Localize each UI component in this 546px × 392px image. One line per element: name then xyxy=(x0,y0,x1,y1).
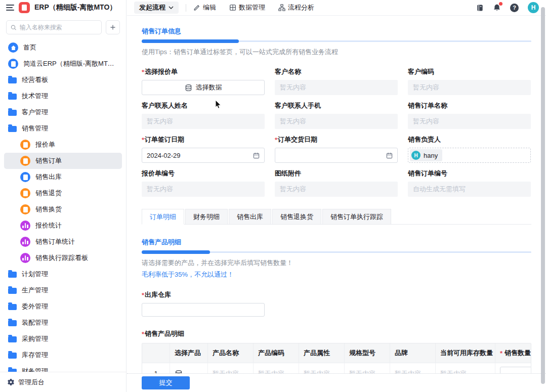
sidebar-item-tech-mgmt[interactable]: 技术管理 xyxy=(4,88,122,104)
section-title-product-detail: 销售产品明细 xyxy=(142,238,531,247)
chevron-down-icon xyxy=(169,6,174,9)
admin-backend-link[interactable]: 管理后台 xyxy=(0,372,126,392)
field-contact-name: 客户联系人姓名 暂无内容 xyxy=(142,101,265,129)
tab-order-detail[interactable]: 订单明细 xyxy=(142,209,184,225)
help-icon[interactable]: ? xyxy=(510,4,519,12)
document-icon xyxy=(20,188,30,198)
member-avatar: H xyxy=(411,151,421,160)
sidebar-item-finance-mgmt[interactable]: 财务管理 xyxy=(4,363,122,372)
field-order-no: 销售订单编号 自动生成无需填写 xyxy=(408,169,531,197)
sidebar-item-production-mgmt[interactable]: 生产管理 xyxy=(4,282,122,298)
order-no-field: 自动生成无需填写 xyxy=(408,182,531,197)
folder-icon xyxy=(8,353,17,359)
sidebar-item-assembly-mgmt[interactable]: 装配管理 xyxy=(4,315,122,331)
document-icon xyxy=(20,172,30,182)
quote-no-field: 暂无内容 xyxy=(142,182,265,197)
field-delivery-date: *订单交货日期 xyxy=(275,135,398,163)
field-label: 客户编码 xyxy=(408,67,434,76)
sidebar-item-home[interactable]: 首页 xyxy=(4,39,122,56)
field-customer-name: 客户名称 暂无内容 xyxy=(275,67,398,95)
field-customer-code: 客户编码 暂无内容 xyxy=(408,67,531,95)
product-note: 请选择需要的产品，并在选择完毕后填写销售数量！ xyxy=(142,258,531,268)
sidebar-item-sales-exchange[interactable]: 销售换货 xyxy=(4,201,122,217)
field-label: 订单签订日期 xyxy=(145,135,184,144)
folder-icon xyxy=(8,320,17,326)
sidebar-item-outsourcing-mgmt[interactable]: 委外管理 xyxy=(4,298,122,315)
section-progress-bar xyxy=(142,39,531,43)
field-label: 报价单编号 xyxy=(142,169,175,178)
vertical-scrollbar[interactable] xyxy=(541,7,545,384)
sign-date-input[interactable]: 2024-02-29 xyxy=(142,148,265,163)
order-name-field: 暂无内容 xyxy=(408,114,531,129)
home-icon xyxy=(8,42,18,53)
col-product-code: 产品编码 xyxy=(254,343,299,363)
sidebar-item-sales-order-stats[interactable]: 销售订单统计 xyxy=(4,234,122,250)
menu-toggle-icon[interactable] xyxy=(6,5,14,11)
plus-icon xyxy=(110,24,116,30)
search-box[interactable] xyxy=(6,20,102,34)
field-drawing: 图纸附件 暂无内容 xyxy=(275,169,398,197)
app-title: ERP（精细版-离散MTO） xyxy=(34,3,116,12)
journal-icon[interactable] xyxy=(476,4,484,12)
delivery-date-input[interactable] xyxy=(275,148,398,163)
sidebar-item-business-dashboard[interactable]: 经营看板 xyxy=(4,72,122,88)
field-order-name: 销售订单名称 暂无内容 xyxy=(408,101,531,129)
tab-finance-detail[interactable]: 财务明细 xyxy=(185,209,228,225)
chart-icon xyxy=(20,237,30,247)
field-label: 订单交货日期 xyxy=(278,135,317,144)
col-sales-qty: *销售数量 xyxy=(495,343,531,363)
customer-name-field: 暂无内容 xyxy=(275,80,398,95)
flow-analysis-button[interactable]: 流程分析 xyxy=(278,3,314,12)
tab-sales-outbound[interactable]: 销售出库 xyxy=(229,209,271,225)
sidebar-item-plan-mgmt[interactable]: 计划管理 xyxy=(4,266,122,282)
tab-order-execution-tracking[interactable]: 销售订单执行跟踪 xyxy=(322,209,391,225)
sidebar-item-customer-mgmt[interactable]: 客户管理 xyxy=(4,104,122,120)
warehouse-input[interactable] xyxy=(142,303,265,317)
start-flow-button[interactable]: 发起流程 xyxy=(134,2,179,14)
data-manage-button[interactable]: 数据管理 xyxy=(229,3,265,12)
user-avatar[interactable]: H xyxy=(528,2,539,13)
search-input[interactable] xyxy=(20,24,97,31)
col-product-name: 产品名称 xyxy=(208,343,254,363)
folder-icon xyxy=(8,304,17,310)
edit-button[interactable]: 编辑 xyxy=(193,3,216,12)
field-label: 销售订单名称 xyxy=(408,101,447,110)
member-tag: H hany xyxy=(410,149,442,161)
field-label: 客户联系人姓名 xyxy=(142,101,188,110)
notification-dot xyxy=(499,2,502,6)
sidebar-item-purchase-mgmt[interactable]: 采购管理 xyxy=(4,331,122,347)
field-select-quote: *选择报价单 选择数据 xyxy=(142,67,265,95)
drawing-field: 暂无内容 xyxy=(275,182,398,197)
field-quote-no: 报价单编号 暂无内容 xyxy=(142,169,265,197)
chart-icon xyxy=(20,253,30,263)
folder-icon xyxy=(8,110,17,116)
sidebar-item-sales-order[interactable]: 销售订单 xyxy=(4,153,122,169)
sidebar-item-sales-outbound[interactable]: 销售出库 xyxy=(4,169,122,185)
sidebar-item-quotation[interactable]: 报价单 xyxy=(4,137,122,153)
field-label: 客户名称 xyxy=(275,67,301,76)
select-data-button[interactable]: 选择数据 xyxy=(142,80,265,95)
folder-icon xyxy=(8,369,17,372)
bottom-bar: 提交 xyxy=(127,373,546,392)
notification-bell-icon[interactable] xyxy=(493,4,501,12)
sidebar-item-inventory-mgmt[interactable]: 库存管理 xyxy=(4,347,122,363)
sales-owner-field[interactable]: H hany xyxy=(408,148,531,163)
sidebar-search-row xyxy=(0,15,126,37)
sidebar-item-quote-stats[interactable]: 报价统计 xyxy=(4,217,122,234)
sidebar-item-sales-tracking-board[interactable]: 销售执行跟踪看板 xyxy=(4,250,122,266)
customer-code-field: 暂无内容 xyxy=(408,80,531,95)
sidebar-item-sales-mgmt[interactable]: 销售管理 xyxy=(4,120,122,137)
submit-button[interactable]: 提交 xyxy=(142,376,190,389)
tab-sales-return-exchange[interactable]: 销售退换货 xyxy=(272,209,321,225)
sidebar-item-jiandaoyun-erp[interactable]: 简道云ERP（精细版-离散MTO）「... xyxy=(4,56,122,72)
gear-icon xyxy=(7,378,15,386)
search-icon xyxy=(11,24,17,31)
folder-open-icon xyxy=(8,126,17,132)
section-title-order-info: 销售订单信息 xyxy=(142,27,531,36)
section-progress-bar xyxy=(142,250,531,254)
sidebar-item-sales-return[interactable]: 销售退货 xyxy=(4,185,122,201)
toolbar-divider xyxy=(186,4,186,12)
database-icon xyxy=(185,84,192,92)
add-app-button[interactable] xyxy=(106,20,120,34)
pencil-icon xyxy=(193,4,200,11)
